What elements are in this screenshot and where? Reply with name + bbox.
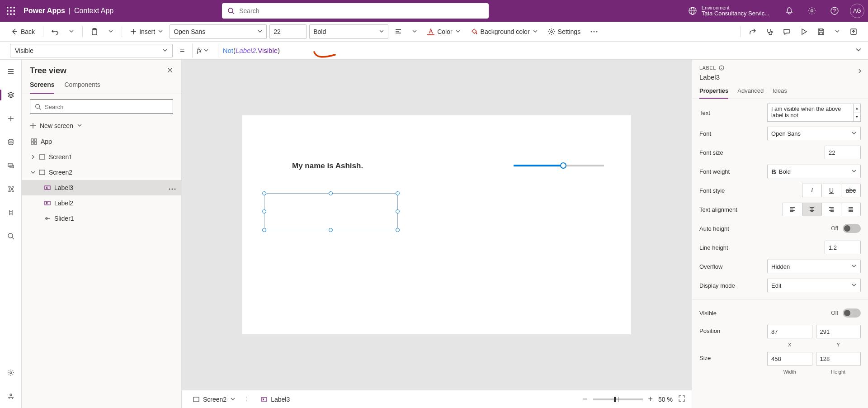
prop-autoheight-toggle[interactable] [843, 224, 861, 233]
text-spin-up[interactable]: ▲ [854, 104, 860, 113]
global-search[interactable] [222, 3, 489, 19]
font-color-button[interactable]: Color [424, 24, 464, 39]
tree-search[interactable] [30, 100, 173, 114]
rail-search[interactable] [4, 229, 18, 243]
fontstyle-underline[interactable]: U [821, 184, 841, 197]
settings-button[interactable]: Settings [544, 24, 585, 39]
insert-button[interactable]: Insert [127, 24, 167, 39]
zoom-slider[interactable] [593, 399, 643, 400]
chevron-right-icon[interactable] [30, 155, 36, 159]
tab-advanced[interactable]: Advanced [737, 87, 764, 99]
prop-overflow-dropdown[interactable]: Hidden [767, 260, 861, 273]
expand-formula-button[interactable] [849, 47, 868, 54]
new-screen-button[interactable]: New screen [22, 119, 181, 134]
user-avatar[interactable]: AG [850, 4, 864, 18]
fontstyle-italic[interactable]: I [802, 184, 822, 197]
bg-color-button[interactable]: Background color [467, 24, 542, 39]
zoom-in-button[interactable]: + [648, 394, 653, 404]
comments-button[interactable] [779, 24, 794, 39]
help-icon[interactable] [827, 4, 842, 18]
expand-panel-button[interactable] [857, 68, 863, 75]
prop-size-h-input[interactable]: 128 [816, 352, 861, 365]
tab-ideas[interactable]: Ideas [773, 87, 787, 99]
align-justify[interactable] [841, 203, 861, 216]
rail-settings[interactable] [4, 365, 18, 380]
resize-handle[interactable] [396, 228, 400, 232]
tab-screens[interactable]: Screens [30, 81, 54, 94]
tree-search-input[interactable] [45, 104, 168, 110]
tree-node-label2[interactable]: Label2 [22, 195, 181, 211]
back-button[interactable]: Back [7, 24, 38, 39]
canvas-screen[interactable]: My name is Ashish. [242, 115, 631, 334]
publish-button[interactable] [846, 24, 861, 39]
product-name[interactable]: Power Apps [24, 7, 65, 15]
save-button[interactable] [814, 24, 828, 39]
prop-visible-toggle[interactable] [843, 308, 861, 318]
resize-handle[interactable] [262, 209, 266, 213]
rail-tree-view[interactable] [4, 88, 18, 102]
canvas-label3-selection[interactable] [264, 193, 398, 230]
font-family-dropdown[interactable]: Open Sans [170, 24, 267, 39]
undo-button[interactable] [48, 24, 62, 39]
close-tree-button[interactable] [167, 67, 173, 75]
align-left[interactable] [783, 203, 802, 216]
app-name[interactable]: Context App [74, 7, 113, 15]
search-input[interactable] [239, 7, 483, 14]
prop-lineheight-input[interactable]: 1.2 [825, 241, 861, 254]
rail-variables[interactable] [4, 205, 18, 220]
settings-gear-icon[interactable] [805, 4, 819, 18]
align-center[interactable] [802, 203, 822, 216]
prop-fontsize-input[interactable]: 22 [825, 146, 861, 159]
prop-fontweight-dropdown[interactable]: BBold [767, 165, 861, 178]
rail-power-automate[interactable] [4, 182, 18, 196]
control-name[interactable]: Label3 [699, 73, 861, 81]
tree-node-screen1[interactable]: Screen1 [22, 149, 181, 165]
canvas-label2[interactable]: My name is Ashish. [292, 161, 363, 171]
text-spin-down[interactable]: ▼ [854, 113, 860, 122]
formula-input[interactable]: Not(Label2.Visible) [218, 44, 868, 57]
paste-dropdown[interactable] [104, 24, 117, 39]
prop-text-input[interactable]: I am visible when the above label is not… [767, 104, 861, 122]
prop-pos-x-input[interactable]: 87 [767, 325, 812, 338]
app-checker-button[interactable] [762, 24, 777, 39]
tree-node-label3[interactable]: Label3 [22, 180, 181, 195]
prop-displaymode-dropdown[interactable]: Edit [767, 279, 861, 292]
align-button[interactable] [391, 24, 406, 39]
resize-handle[interactable] [396, 209, 400, 213]
resize-handle[interactable] [329, 191, 333, 195]
rail-data[interactable] [4, 135, 18, 149]
app-launcher[interactable] [4, 4, 18, 18]
font-weight-dropdown[interactable]: Bold [309, 24, 388, 39]
slider-thumb[interactable] [560, 162, 566, 169]
resize-handle[interactable] [329, 228, 333, 232]
rail-insert[interactable] [4, 111, 18, 126]
resize-handle[interactable] [262, 191, 266, 195]
notifications-icon[interactable] [782, 4, 797, 18]
tree-node-screen2[interactable]: Screen2 [22, 165, 181, 180]
prop-font-dropdown[interactable]: Open Sans [767, 127, 861, 140]
rail-media[interactable] [4, 158, 18, 173]
resize-handle[interactable] [396, 191, 400, 195]
undo-dropdown[interactable] [65, 24, 78, 39]
align-right[interactable] [821, 203, 841, 216]
save-dropdown[interactable] [831, 24, 844, 39]
align-dropdown[interactable] [408, 24, 421, 39]
property-selector[interactable]: Visible [10, 44, 173, 57]
environment-picker[interactable]: Environment Tata Consultancy Servic... [688, 5, 769, 17]
node-more-button[interactable] [169, 184, 176, 191]
info-icon[interactable] [719, 65, 724, 71]
prop-pos-y-input[interactable]: 291 [816, 325, 861, 338]
chevron-down-icon[interactable] [30, 170, 36, 175]
fontstyle-strikethrough[interactable]: abc [841, 184, 861, 197]
breadcrumb-screen[interactable]: Screen2 [188, 393, 241, 406]
zoom-out-button[interactable]: − [583, 394, 588, 404]
resize-handle[interactable] [262, 228, 266, 232]
font-size-input[interactable]: 22 [269, 24, 307, 39]
fit-to-screen-button[interactable] [678, 395, 685, 403]
tree-node-app[interactable]: App [22, 134, 181, 149]
preview-button[interactable] [797, 24, 811, 39]
fx-button[interactable]: fx [192, 44, 213, 57]
tab-properties[interactable]: Properties [699, 87, 728, 99]
canvas-slider1[interactable] [514, 164, 604, 167]
tree-node-slider1[interactable]: Slider1 [22, 211, 181, 226]
